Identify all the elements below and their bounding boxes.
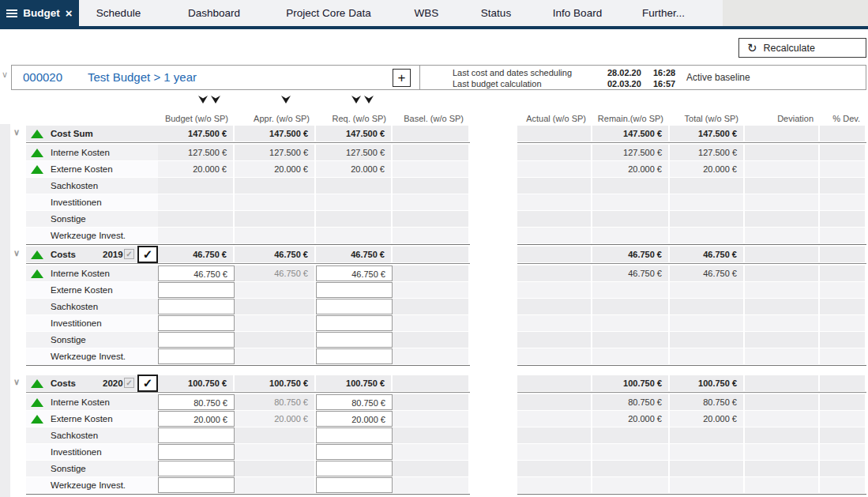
column-header-label: Actual (w/o SP) bbox=[526, 114, 586, 123]
close-icon[interactable]: × bbox=[66, 7, 73, 19]
cell-budget[interactable] bbox=[158, 332, 235, 348]
column-header-total[interactable]: Total (w/o SP) bbox=[670, 93, 745, 126]
column-header-pdev[interactable]: % Dev. bbox=[820, 93, 866, 126]
cell-req: 127.500 € bbox=[316, 145, 393, 160]
cell-basel bbox=[393, 427, 470, 443]
tab-budget[interactable]: Budget × bbox=[0, 0, 79, 26]
cell-req[interactable]: 20.000 € bbox=[316, 411, 393, 427]
cell-total bbox=[670, 461, 745, 476]
cell-actual bbox=[517, 375, 592, 391]
filter-arrow-icon[interactable] bbox=[211, 96, 220, 104]
tab-wbs[interactable]: WBS bbox=[404, 0, 450, 26]
year-locked-checkbox[interactable]: ✓ bbox=[124, 378, 134, 388]
tab-dashboard[interactable]: Dashboard bbox=[177, 0, 251, 26]
recalculate-button[interactable]: ↻ Recalculate bbox=[738, 38, 866, 58]
column-header-budget[interactable]: Budget (w/o SP) bbox=[158, 93, 235, 126]
cell-total: 100.750 € bbox=[670, 375, 745, 391]
cell-pdev bbox=[820, 299, 866, 314]
cell-req[interactable] bbox=[316, 427, 393, 443]
tab-info-board[interactable]: Info Board bbox=[542, 0, 613, 26]
cell-budget[interactable] bbox=[158, 477, 235, 493]
cell-req[interactable] bbox=[316, 315, 393, 331]
tab-status[interactable]: Status bbox=[470, 0, 522, 26]
filter-arrow-icon[interactable] bbox=[364, 96, 374, 104]
row-label: Sonstige bbox=[51, 214, 86, 224]
table-row: Werkzeuge Invest. bbox=[26, 477, 866, 493]
row-label-cell: Externe Kosten bbox=[26, 161, 158, 177]
cell-basel bbox=[393, 228, 470, 243]
cell-remain bbox=[592, 427, 670, 443]
tab-further[interactable]: Further... bbox=[631, 0, 696, 26]
add-button[interactable]: + bbox=[393, 69, 411, 87]
row-label: Sachkosten bbox=[51, 431, 98, 440]
cell-req[interactable]: 46.750 € bbox=[316, 265, 393, 281]
filter-arrows[interactable] bbox=[351, 96, 374, 104]
cell-deviation bbox=[745, 211, 820, 227]
column-header-label: Budget (w/o SP) bbox=[165, 114, 228, 123]
cell-budget[interactable] bbox=[158, 282, 235, 298]
column-header-actual[interactable]: Actual (w/o SP) bbox=[517, 93, 592, 126]
cell-budget[interactable]: 46.750 € bbox=[158, 265, 235, 281]
row-label-cell: Sachkosten bbox=[26, 178, 158, 194]
row-label-cell: Interne Kosten bbox=[26, 265, 158, 281]
cell-budget[interactable] bbox=[158, 348, 235, 364]
expand-chevron-icon[interactable]: ∨ bbox=[13, 128, 20, 137]
column-header-basel[interactable]: Basel. (w/o SP) bbox=[393, 93, 470, 126]
column-header-req[interactable]: Req. (w/o SP) bbox=[316, 93, 393, 126]
cell-budget[interactable] bbox=[158, 427, 235, 443]
cell-total: 20.000 € bbox=[670, 161, 745, 177]
year-active-checkbox[interactable]: ✓ bbox=[137, 375, 158, 392]
cell-req[interactable] bbox=[316, 332, 393, 348]
menu-icon[interactable] bbox=[6, 9, 17, 17]
year-active-checkbox[interactable]: ✓ bbox=[137, 246, 158, 263]
filter-arrows[interactable] bbox=[198, 96, 220, 104]
column-header-deviation[interactable]: Deviation bbox=[745, 93, 820, 126]
cell-budget[interactable] bbox=[158, 299, 235, 314]
row-label: Interne Kosten bbox=[51, 269, 110, 278]
block-bottom-border bbox=[26, 365, 866, 366]
column-gap bbox=[470, 228, 517, 243]
project-collapse-chevron-icon[interactable]: ∨ bbox=[2, 70, 8, 80]
cell-req[interactable] bbox=[316, 299, 393, 314]
cost-block: ∨Cost Sum147.500 €147.500 €147.500 €147.… bbox=[26, 126, 866, 245]
cell-pdev bbox=[820, 194, 866, 210]
block-header-divider bbox=[26, 392, 866, 393]
filter-arrow-icon[interactable] bbox=[351, 96, 361, 104]
cell-budget[interactable] bbox=[158, 315, 235, 331]
cell-req[interactable] bbox=[316, 444, 393, 460]
table-row: Sachkosten bbox=[26, 427, 866, 443]
year-locked-checkbox[interactable]: ✓ bbox=[124, 249, 134, 259]
row-label: Investitionen bbox=[51, 198, 102, 207]
column-header-appr[interactable]: Appr. (w/o SP) bbox=[235, 93, 316, 126]
cell-req[interactable] bbox=[316, 282, 393, 298]
expand-chevron-icon[interactable]: ∨ bbox=[13, 249, 20, 258]
cell-req[interactable]: 80.750 € bbox=[316, 394, 393, 410]
filter-arrow-icon[interactable] bbox=[281, 96, 291, 104]
cell-budget[interactable] bbox=[158, 444, 235, 460]
cell-appr: 46.750 € bbox=[235, 247, 316, 262]
cell-req[interactable] bbox=[316, 461, 393, 476]
filter-arrows[interactable] bbox=[281, 96, 291, 104]
filter-arrow-icon[interactable] bbox=[198, 96, 208, 104]
active-baseline-label: Active baseline bbox=[686, 72, 750, 83]
cell-deviation bbox=[745, 178, 820, 194]
column-header-remain[interactable]: Remain.(w/o SP) bbox=[592, 93, 670, 126]
cell-total bbox=[670, 332, 745, 348]
expand-chevron-icon[interactable]: ∨ bbox=[13, 378, 20, 386]
cell-appr bbox=[235, 282, 316, 298]
tab-project-core-data[interactable]: Project Core Data bbox=[275, 0, 381, 26]
cell-budget[interactable] bbox=[158, 461, 235, 476]
cell-remain bbox=[592, 461, 670, 476]
cell-req[interactable] bbox=[316, 477, 393, 493]
cell-remain: 100.750 € bbox=[592, 375, 670, 391]
cell-deviation bbox=[745, 411, 820, 427]
tab-schedule[interactable]: Schedule bbox=[85, 0, 152, 26]
cell-pdev bbox=[820, 145, 866, 160]
cell-appr bbox=[235, 211, 316, 227]
cell-budget[interactable]: 80.750 € bbox=[158, 394, 235, 410]
cell-pdev bbox=[820, 477, 866, 493]
cell-req[interactable] bbox=[316, 348, 393, 364]
cell-actual bbox=[517, 427, 592, 443]
cell-budget[interactable]: 20.000 € bbox=[158, 411, 235, 427]
table-row: Sachkosten bbox=[26, 178, 866, 194]
